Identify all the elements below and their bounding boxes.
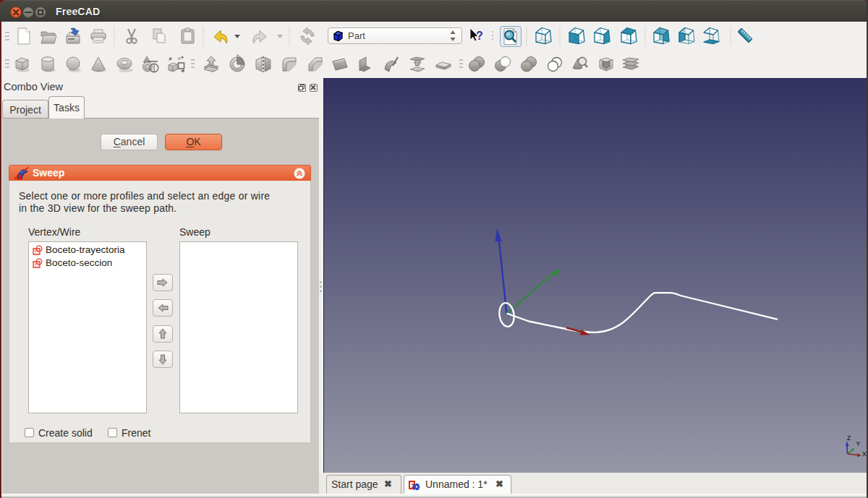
svg-text:?: ? [476,30,483,42]
svg-text:Z: Z [847,434,851,442]
svg-text:Y: Y [856,440,861,447]
